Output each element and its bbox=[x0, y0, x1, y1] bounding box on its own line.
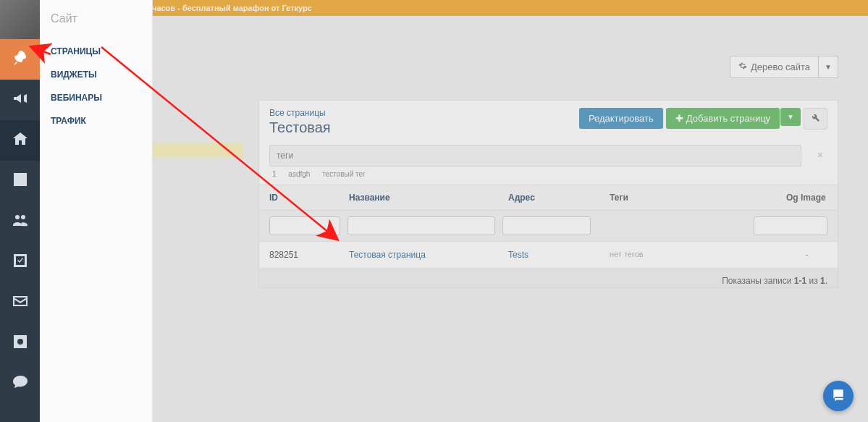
chat-fab[interactable] bbox=[823, 381, 854, 411]
flyout-title: Сайт bbox=[51, 12, 152, 25]
table-row: 828251 Тестовая страница Tests нет тегов… bbox=[259, 242, 838, 269]
wrench-icon bbox=[811, 114, 820, 125]
filter-og-input[interactable] bbox=[754, 216, 827, 235]
rail-mail[interactable] bbox=[0, 282, 40, 323]
col-header-id[interactable]: ID bbox=[269, 193, 349, 203]
avatar[interactable] bbox=[0, 0, 40, 39]
rail-chart[interactable] bbox=[0, 161, 40, 201]
cell-tags: нет тегов bbox=[610, 250, 786, 260]
site-tree-label: Дерево сайта bbox=[751, 62, 810, 72]
tag-chip[interactable]: 1 bbox=[272, 170, 277, 178]
cell-og: - bbox=[786, 250, 827, 260]
wrench-button[interactable] bbox=[804, 108, 827, 130]
site-tree-dropdown[interactable]: ▼ bbox=[819, 56, 838, 78]
tag-chips: 1 asdfgh тестовый тег bbox=[269, 166, 827, 185]
pages-panel: Все страницы Тестовая Редактировать ✚ До… bbox=[258, 100, 838, 288]
rail-settings[interactable] bbox=[0, 323, 40, 363]
flyout-item-webinars[interactable]: ВЕБИНАРЫ bbox=[51, 86, 152, 109]
flyout-item-traffic[interactable]: ТРАФИК bbox=[51, 109, 152, 132]
settings-box-icon bbox=[12, 333, 29, 353]
all-pages-link[interactable]: Все страницы bbox=[269, 108, 579, 118]
rail-chat[interactable] bbox=[0, 363, 40, 404]
megaphone-icon bbox=[12, 90, 29, 110]
check-icon bbox=[12, 252, 29, 272]
filter-name-input[interactable] bbox=[347, 216, 495, 235]
chart-icon bbox=[12, 171, 29, 191]
flyout-menu: Сайт СТРАНИЦЫ ВИДЖЕТЫ ВЕБИНАРЫ ТРАФИК bbox=[40, 0, 153, 422]
cell-addr-link[interactable]: Tests bbox=[508, 250, 610, 260]
add-page-button[interactable]: ✚ Добавить страницу bbox=[666, 108, 780, 129]
pager: Показаны записи 1-1 из 1. bbox=[259, 269, 838, 287]
filter-id-input[interactable] bbox=[269, 216, 340, 235]
site-tree-button[interactable]: Дерево сайта bbox=[730, 56, 819, 78]
chat-icon bbox=[831, 387, 846, 405]
home-icon bbox=[12, 130, 29, 151]
mail-icon bbox=[12, 292, 29, 313]
rail-check[interactable] bbox=[0, 242, 40, 282]
col-header-og: Og Image bbox=[786, 193, 827, 203]
col-header-addr[interactable]: Адрес bbox=[508, 193, 610, 203]
flyout-item-pages[interactable]: СТРАНИЦЫ bbox=[51, 40, 152, 63]
cell-id: 828251 bbox=[269, 250, 349, 260]
rail-rocket[interactable] bbox=[0, 39, 40, 80]
rail-users[interactable] bbox=[0, 201, 40, 242]
filter-addr-input[interactable] bbox=[502, 216, 591, 235]
col-header-name[interactable]: Название bbox=[349, 193, 508, 203]
edit-button[interactable]: Редактировать bbox=[579, 108, 663, 129]
rail-home[interactable] bbox=[0, 120, 40, 161]
tag-chip[interactable]: тестовый тег bbox=[322, 170, 366, 178]
plus-icon: ✚ bbox=[675, 113, 683, 124]
users-icon bbox=[12, 211, 29, 232]
panel-title: Тестовая bbox=[269, 119, 579, 136]
add-page-label: Добавить страницу bbox=[686, 113, 770, 124]
add-page-dropdown[interactable]: ▼ bbox=[780, 108, 801, 126]
rocket-icon bbox=[12, 49, 29, 69]
tag-chip[interactable]: asdfgh bbox=[288, 170, 310, 178]
gear-icon bbox=[738, 62, 747, 72]
clear-tags-icon[interactable]: × bbox=[817, 149, 823, 161]
flyout-item-widgets[interactable]: ВИДЖЕТЫ bbox=[51, 63, 152, 86]
col-header-tags: Теги bbox=[610, 193, 786, 203]
chat-bubble-icon bbox=[12, 374, 29, 394]
rail-megaphone[interactable] bbox=[0, 80, 40, 120]
tags-input[interactable] bbox=[269, 145, 801, 166]
cell-name-link[interactable]: Тестовая страница bbox=[349, 250, 508, 260]
icon-rail bbox=[0, 0, 40, 422]
